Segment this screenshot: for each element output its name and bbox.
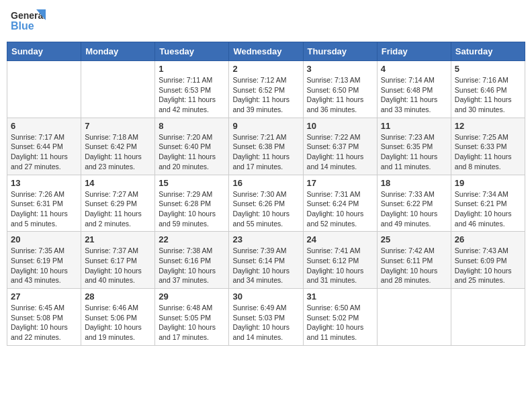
weekday-header-saturday: Saturday [451, 42, 525, 61]
calendar-cell: 21Sunrise: 7:37 AM Sunset: 6:17 PM Dayli… [81, 232, 155, 289]
day-info: Sunrise: 7:25 AM Sunset: 6:33 PM Dayligh… [455, 132, 521, 172]
calendar-cell: 17Sunrise: 7:31 AM Sunset: 6:24 PM Dayli… [303, 175, 377, 232]
day-number: 29 [159, 291, 225, 302]
day-number: 30 [232, 291, 299, 302]
calendar-cell: 5Sunrise: 7:16 AM Sunset: 6:46 PM Daylig… [451, 61, 525, 118]
day-number: 5 [455, 64, 521, 74]
calendar-cell: 28Sunrise: 6:46 AM Sunset: 5:06 PM Dayli… [81, 289, 155, 346]
day-info: Sunrise: 7:11 AM Sunset: 6:53 PM Dayligh… [159, 75, 225, 115]
day-info: Sunrise: 7:20 AM Sunset: 6:40 PM Dayligh… [159, 132, 225, 172]
calendar-cell: 16Sunrise: 7:30 AM Sunset: 6:26 PM Dayli… [229, 175, 303, 232]
calendar-cell: 27Sunrise: 6:45 AM Sunset: 5:08 PM Dayli… [7, 289, 81, 346]
day-info: Sunrise: 7:42 AM Sunset: 6:11 PM Dayligh… [381, 246, 447, 285]
calendar-cell: 2Sunrise: 7:12 AM Sunset: 6:52 PM Daylig… [229, 61, 303, 118]
calendar-cell [81, 61, 155, 118]
day-number: 20 [11, 234, 77, 244]
calendar-cell: 23Sunrise: 7:39 AM Sunset: 6:14 PM Dayli… [229, 232, 303, 289]
day-info: Sunrise: 6:50 AM Sunset: 5:02 PM Dayligh… [307, 303, 373, 342]
calendar-cell: 8Sunrise: 7:20 AM Sunset: 6:40 PM Daylig… [155, 118, 229, 175]
weekday-header-thursday: Thursday [303, 42, 377, 61]
weekday-header-tuesday: Tuesday [155, 42, 229, 61]
day-number: 19 [455, 178, 521, 188]
day-number: 21 [85, 234, 151, 244]
day-number: 31 [307, 291, 373, 302]
day-number: 24 [307, 234, 373, 244]
day-info: Sunrise: 7:18 AM Sunset: 6:42 PM Dayligh… [85, 132, 151, 172]
logo-icon: General Blue [9, 7, 46, 36]
day-number: 10 [307, 121, 373, 131]
calendar-cell: 30Sunrise: 6:49 AM Sunset: 5:03 PM Dayli… [229, 289, 303, 346]
calendar-cell: 10Sunrise: 7:22 AM Sunset: 6:37 PM Dayli… [303, 118, 377, 175]
calendar-cell: 31Sunrise: 6:50 AM Sunset: 5:02 PM Dayli… [303, 289, 377, 346]
calendar-week-row: 1Sunrise: 7:11 AM Sunset: 6:53 PM Daylig… [7, 61, 525, 118]
calendar-table: SundayMondayTuesdayWednesdayThursdayFrid… [7, 42, 525, 346]
day-info: Sunrise: 7:33 AM Sunset: 6:22 PM Dayligh… [381, 189, 447, 229]
day-info: Sunrise: 7:27 AM Sunset: 6:29 PM Dayligh… [85, 189, 151, 229]
day-info: Sunrise: 7:21 AM Sunset: 6:38 PM Dayligh… [232, 132, 299, 172]
day-info: Sunrise: 7:13 AM Sunset: 6:50 PM Dayligh… [307, 75, 373, 115]
day-number: 23 [232, 234, 299, 244]
calendar-cell: 9Sunrise: 7:21 AM Sunset: 6:38 PM Daylig… [229, 118, 303, 175]
day-number: 16 [232, 178, 299, 188]
calendar-cell: 15Sunrise: 7:29 AM Sunset: 6:28 PM Dayli… [155, 175, 229, 232]
day-number: 1 [159, 64, 225, 74]
day-number: 6 [11, 121, 77, 131]
day-info: Sunrise: 7:41 AM Sunset: 6:12 PM Dayligh… [307, 246, 373, 285]
calendar-cell: 25Sunrise: 7:42 AM Sunset: 6:11 PM Dayli… [377, 232, 451, 289]
day-info: Sunrise: 7:22 AM Sunset: 6:37 PM Dayligh… [307, 132, 373, 172]
day-info: Sunrise: 7:23 AM Sunset: 6:35 PM Dayligh… [381, 132, 447, 172]
day-info: Sunrise: 7:39 AM Sunset: 6:14 PM Dayligh… [232, 246, 299, 285]
calendar-week-row: 20Sunrise: 7:35 AM Sunset: 6:19 PM Dayli… [7, 232, 525, 289]
calendar-cell: 13Sunrise: 7:26 AM Sunset: 6:31 PM Dayli… [7, 175, 81, 232]
day-info: Sunrise: 7:31 AM Sunset: 6:24 PM Dayligh… [307, 189, 373, 229]
weekday-header-monday: Monday [81, 42, 155, 61]
day-number: 15 [159, 178, 225, 188]
calendar-cell: 29Sunrise: 6:48 AM Sunset: 5:05 PM Dayli… [155, 289, 229, 346]
weekday-header-row: SundayMondayTuesdayWednesdayThursdayFrid… [7, 42, 525, 61]
day-number: 3 [307, 64, 373, 74]
calendar-cell: 20Sunrise: 7:35 AM Sunset: 6:19 PM Dayli… [7, 232, 81, 289]
calendar-cell: 22Sunrise: 7:38 AM Sunset: 6:16 PM Dayli… [155, 232, 229, 289]
day-number: 13 [11, 178, 77, 188]
weekday-header-friday: Friday [377, 42, 451, 61]
day-number: 11 [381, 121, 447, 131]
day-info: Sunrise: 6:45 AM Sunset: 5:08 PM Dayligh… [11, 303, 77, 342]
calendar-cell: 1Sunrise: 7:11 AM Sunset: 6:53 PM Daylig… [155, 61, 229, 118]
calendar-cell: 11Sunrise: 7:23 AM Sunset: 6:35 PM Dayli… [377, 118, 451, 175]
day-info: Sunrise: 7:34 AM Sunset: 6:21 PM Dayligh… [455, 189, 521, 229]
day-number: 9 [232, 121, 299, 131]
day-number: 4 [381, 64, 447, 74]
day-info: Sunrise: 6:49 AM Sunset: 5:03 PM Dayligh… [232, 303, 299, 342]
calendar-cell: 3Sunrise: 7:13 AM Sunset: 6:50 PM Daylig… [303, 61, 377, 118]
calendar-cell: 26Sunrise: 7:43 AM Sunset: 6:09 PM Dayli… [451, 232, 525, 289]
weekday-header-wednesday: Wednesday [229, 42, 303, 61]
day-number: 12 [455, 121, 521, 131]
day-number: 25 [381, 234, 447, 244]
day-number: 22 [159, 234, 225, 244]
calendar-cell [7, 61, 81, 118]
day-info: Sunrise: 7:37 AM Sunset: 6:17 PM Dayligh… [85, 246, 151, 285]
day-info: Sunrise: 7:16 AM Sunset: 6:46 PM Dayligh… [455, 75, 521, 115]
day-info: Sunrise: 6:46 AM Sunset: 5:06 PM Dayligh… [85, 303, 151, 342]
day-info: Sunrise: 7:30 AM Sunset: 6:26 PM Dayligh… [232, 189, 299, 229]
day-info: Sunrise: 7:43 AM Sunset: 6:09 PM Dayligh… [455, 246, 521, 285]
page-header: General Blue [7, 7, 525, 36]
day-number: 8 [159, 121, 225, 131]
calendar-week-row: 6Sunrise: 7:17 AM Sunset: 6:44 PM Daylig… [7, 118, 525, 175]
calendar-cell [377, 289, 451, 346]
day-number: 26 [455, 234, 521, 244]
day-info: Sunrise: 7:38 AM Sunset: 6:16 PM Dayligh… [159, 246, 225, 285]
calendar-cell: 19Sunrise: 7:34 AM Sunset: 6:21 PM Dayli… [451, 175, 525, 232]
day-info: Sunrise: 7:26 AM Sunset: 6:31 PM Dayligh… [11, 189, 77, 229]
calendar-cell: 4Sunrise: 7:14 AM Sunset: 6:48 PM Daylig… [377, 61, 451, 118]
logo: General Blue [9, 7, 46, 36]
day-number: 14 [85, 178, 151, 188]
day-number: 18 [381, 178, 447, 188]
day-number: 17 [307, 178, 373, 188]
day-info: Sunrise: 7:14 AM Sunset: 6:48 PM Dayligh… [381, 75, 447, 115]
weekday-header-sunday: Sunday [7, 42, 81, 61]
calendar-cell: 12Sunrise: 7:25 AM Sunset: 6:33 PM Dayli… [451, 118, 525, 175]
day-number: 28 [85, 291, 151, 302]
calendar-cell: 14Sunrise: 7:27 AM Sunset: 6:29 PM Dayli… [81, 175, 155, 232]
svg-text:Blue: Blue [11, 20, 34, 32]
